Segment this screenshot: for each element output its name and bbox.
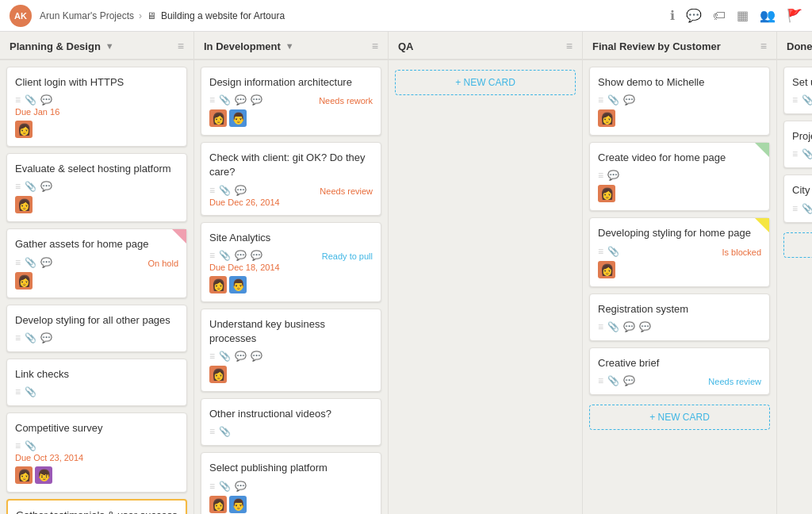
comment-icon: 💬 — [235, 185, 247, 196]
card[interactable]: Competitive survey ≡📎 Due Oct 23, 2014 👩… — [6, 412, 187, 493]
card[interactable]: Understand key business processes ≡📎💬💬 👩 — [201, 309, 381, 392]
card-title: City of S... — [792, 183, 812, 198]
card[interactable]: Client login with HTTPS ≡📎💬 Due Jan 16 👩 — [6, 67, 187, 147]
card-icons: ≡📎💬 — [598, 375, 635, 386]
column-header: Final Review by Customer ≡ — [583, 32, 776, 60]
attach-icon: 📎 — [607, 321, 619, 332]
column-title-wrap: Planning & Design ▼ — [10, 40, 114, 52]
column-body: + NEW CARD — [389, 60, 582, 514]
avatar: 👩 — [15, 196, 33, 213]
info-icon[interactable]: ℹ — [670, 8, 675, 23]
list-icon: ≡ — [792, 148, 798, 159]
board-columns: Planning & Design ▼ ≡ Client login with … — [0, 32, 812, 514]
new-card-button[interactable]: + NEW CARD — [589, 405, 770, 430]
card-title: Developing styling for home page — [598, 226, 761, 240]
column-dropdown-arrow[interactable]: ▼ — [105, 41, 114, 51]
card-status: On hold — [147, 259, 178, 268]
attach-icon: 📎 — [607, 94, 619, 105]
card-icons: ≡📎 — [15, 440, 36, 451]
user-avatar[interactable]: AK — [10, 5, 32, 27]
card-meta-row: ≡📎💬💬 Needs rework — [209, 94, 373, 105]
card-title: Project M... — [792, 129, 812, 144]
card[interactable]: Gather assets for home page ≡📎💬 On hold … — [6, 228, 187, 297]
card-meta-row: ≡📎💬💬 Ready to pull — [209, 250, 373, 261]
avatar: 👩 — [209, 109, 227, 127]
nav-icon-group: ℹ 💬 🏷 ▦ 👥 🚩 — [670, 8, 802, 23]
avatar: 👩 — [15, 466, 33, 484]
comment-icon: 💬 — [40, 94, 52, 105]
attach-icon: 📎 — [25, 181, 36, 192]
card-title: Creative brief — [598, 356, 761, 370]
card-title: Show demo to Michelle — [598, 75, 761, 90]
card[interactable]: Gather testimonials & user success stori… — [6, 499, 187, 514]
avatar: 👩 — [598, 261, 615, 278]
card[interactable]: Develop styling for all other pages ≡📎💬 — [6, 305, 187, 352]
comment-icon: 💬 — [235, 481, 247, 492]
attach-icon: 📎 — [219, 185, 231, 196]
card-icons: ≡📎 — [792, 203, 812, 214]
comment-icon: 💬 — [235, 94, 247, 105]
column-body: Set up s... ≡📎💬 Project M... ≡📎 City of … — [777, 60, 812, 514]
card-title: Link checks — [15, 367, 178, 382]
list-icon: ≡ — [15, 386, 21, 397]
chat-icon[interactable]: 💬 — [686, 8, 702, 23]
card[interactable]: Select publishing platform ≡📎💬 👩👨 — [201, 452, 381, 514]
list-icon: ≡ — [598, 246, 603, 257]
card[interactable]: Design information architecture ≡📎💬💬 Nee… — [201, 67, 381, 136]
card[interactable]: Show demo to Michelle ≡📎💬 👩 — [589, 67, 770, 136]
column-filter-icon[interactable]: ≡ — [760, 40, 767, 52]
card[interactable]: Developing styling for home page ≡📎 Is b… — [589, 217, 770, 286]
card-title: Create video for home page — [598, 151, 761, 165]
attach-icon: 📎 — [219, 351, 231, 362]
card-title: Other instructional videos? — [209, 407, 373, 421]
card[interactable]: Set up s... ≡📎💬 — [783, 67, 812, 114]
card-status: Needs rework — [319, 96, 373, 105]
card-icons: ≡📎💬 — [15, 181, 52, 192]
column-header: QA ≡ — [389, 32, 582, 60]
column-filter-icon[interactable]: ≡ — [566, 40, 573, 52]
card[interactable]: Other instructional videos? ≡📎 — [201, 398, 381, 446]
card-status: Is blocked — [722, 247, 761, 257]
card-meta-row: ≡📎 Is blocked — [598, 246, 761, 257]
grid-icon[interactable]: ▦ — [737, 8, 749, 23]
attach-icon: 📎 — [219, 250, 231, 261]
comment-icon: 💬 — [235, 250, 247, 261]
card[interactable]: Check with client: git OK? Do they care?… — [201, 142, 381, 215]
column-development: In Development ▼ ≡ Design information ar… — [194, 32, 389, 514]
column-dropdown-arrow[interactable]: ▼ — [285, 41, 294, 51]
card-meta-row: ≡📎💬 — [15, 332, 178, 343]
list-icon: ≡ — [792, 203, 798, 214]
card[interactable]: Project M... ≡📎 — [783, 121, 812, 168]
list-icon: ≡ — [209, 351, 215, 362]
board-container: Planning & Design ▼ ≡ Client login with … — [0, 32, 812, 514]
card-meta-row: ≡📎💬 — [209, 481, 373, 492]
projects-link[interactable]: Arun Kumar's Projects — [40, 10, 134, 21]
new-card-button-top[interactable]: + NEW CARD — [395, 70, 576, 95]
column-filter-icon[interactable]: ≡ — [372, 40, 378, 52]
card[interactable]: Link checks ≡📎 — [6, 359, 187, 406]
card-avatars: 👩👨 — [209, 109, 373, 127]
card-icons: ≡📎💬 — [15, 332, 52, 343]
card-icons: ≡📎 — [792, 148, 812, 159]
card[interactable]: Evaluate & select hosting platform ≡📎💬 👩 — [6, 153, 187, 222]
card[interactable]: Registration system ≡📎💬💬 — [589, 293, 770, 341]
card-avatars: 👩 — [598, 109, 761, 127]
comment-icon: 💬 — [623, 94, 635, 105]
flag-icon[interactable]: 🚩 — [787, 8, 802, 23]
card[interactable]: Creative brief ≡📎💬 Needs review — [589, 347, 770, 395]
tag-icon[interactable]: 🏷 — [713, 9, 726, 23]
avatar: 👨 — [229, 276, 247, 293]
people-icon[interactable]: 👥 — [760, 8, 776, 23]
column-filter-icon[interactable]: ≡ — [178, 40, 184, 52]
card[interactable]: Site Analytics ≡📎💬💬 Ready to pull Due De… — [201, 222, 381, 302]
list-icon: ≡ — [792, 94, 798, 105]
comment-icon: 💬 — [235, 351, 247, 362]
card-icons: ≡📎💬 — [598, 94, 635, 105]
attach-icon: 📎 — [802, 148, 812, 159]
column-done: Done ≡ Set up s... ≡📎💬 Project M... ≡📎 — [777, 32, 812, 514]
new-card-button[interactable]: + NEW CARD — [783, 232, 812, 258]
card-meta-row: ≡💬 — [598, 170, 761, 181]
card[interactable]: Create video for home page ≡💬 👩 — [589, 142, 770, 211]
card[interactable]: City of S... ≡📎 — [783, 175, 812, 222]
card-due-date: Due Dec 18, 2014 — [209, 263, 373, 272]
